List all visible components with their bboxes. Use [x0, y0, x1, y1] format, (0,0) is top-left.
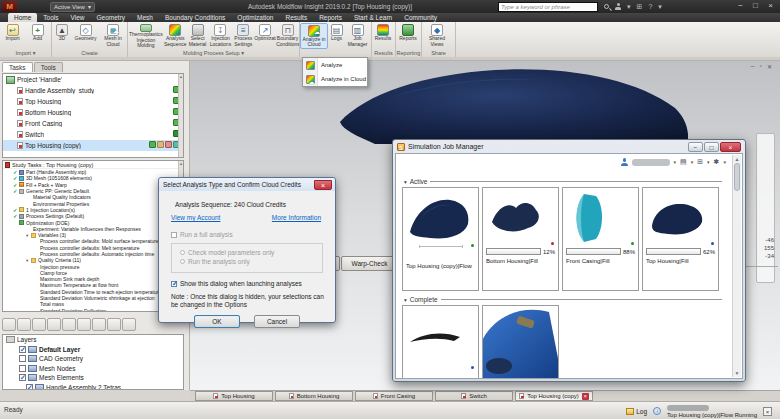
- layer-row[interactable]: Handle Assembly 2 Tetras: [3, 383, 183, 391]
- study-tab[interactable]: Switch ×: [435, 391, 513, 401]
- job-notification[interactable]: Top Housing (copy)|Flow Running: [667, 405, 757, 418]
- layer-row[interactable]: Mesh Elements: [3, 373, 183, 383]
- layer-checkbox[interactable]: [19, 355, 26, 362]
- collapse-icon[interactable]: ▾: [404, 179, 407, 185]
- shared-views-button[interactable]: ◆Shared Views: [422, 23, 452, 49]
- job-card-complete[interactable]: [482, 305, 559, 379]
- study-tab[interactable]: Front Casing ×: [355, 391, 433, 401]
- chevron-down-icon[interactable]: ▾: [674, 159, 677, 165]
- thermoplastics-injection-molding-button[interactable]: Thermoplastics Injection Molding: [128, 23, 164, 49]
- close-icon[interactable]: ✕: [767, 63, 772, 70]
- ribbon-tab[interactable]: Community: [398, 13, 443, 22]
- minimize-icon[interactable]: ─: [751, 63, 755, 70]
- maximize-button[interactable]: □: [748, 0, 763, 12]
- run-full-analysis-checkbox[interactable]: Run a full analysis: [171, 231, 323, 238]
- minimize-button[interactable]: −: [733, 0, 748, 12]
- process-settings-button[interactable]: ≡Process Settings: [232, 23, 254, 49]
- select-material-button[interactable]: Select Material: [187, 23, 209, 49]
- job-manager-button[interactable]: ▥Job Manager: [345, 23, 370, 49]
- view-mode-icon[interactable]: ⊞: [697, 158, 703, 166]
- study-tree-item[interactable]: Top Housing (copy): [3, 140, 183, 151]
- layers-toolbar-button[interactable]: [77, 318, 91, 331]
- dialog-title-bar[interactable]: Select Analysis Type and Confirm Cloud C…: [159, 178, 335, 191]
- sign-in-icon[interactable]: [615, 3, 621, 10]
- search-input[interactable]: Type a keyword or phrase: [498, 2, 598, 12]
- layer-row[interactable]: Default Layer: [3, 345, 183, 355]
- study-tree-item[interactable]: Front Casing: [3, 118, 183, 129]
- layers-toolbar-button[interactable]: [32, 318, 46, 331]
- minimize-button[interactable]: −: [688, 142, 703, 152]
- analyze-in-cloud-button[interactable]: ☁Analyze in Cloud: [300, 23, 328, 49]
- study-task-row[interactable]: Standard Deviation Deflection: [3, 308, 183, 312]
- layers-toolbar-button[interactable]: [107, 318, 121, 331]
- study-tab[interactable]: Top Housing ×: [195, 391, 273, 401]
- tab-tools[interactable]: Tools: [34, 62, 63, 72]
- layers-toolbar-button[interactable]: [62, 318, 76, 331]
- cancel-button[interactable]: Cancel: [254, 315, 300, 328]
- settings-gear-icon[interactable]: ✱: [714, 158, 720, 166]
- chevron-down-icon[interactable]: ▾: [707, 159, 710, 165]
- chevron-down-icon[interactable]: ▾: [691, 159, 694, 165]
- group-label[interactable]: Import ▾: [0, 49, 51, 57]
- layer-checkbox[interactable]: [19, 346, 26, 353]
- group-label[interactable]: Molding Process Setup ▾: [128, 49, 299, 57]
- help-icon[interactable]: ?: [648, 3, 652, 10]
- job-card-complete[interactable]: [402, 305, 479, 379]
- run-analysis-only-radio[interactable]: Run the analysis only: [180, 258, 322, 265]
- ok-button[interactable]: OK: [194, 315, 240, 328]
- geometry-button[interactable]: ◇Geometry: [72, 23, 99, 49]
- menu-item-analyze-in-cloud[interactable]: ☁ Analyze in Cloud: [303, 72, 367, 86]
- chevron-down-icon[interactable]: ▾: [723, 159, 726, 165]
- collapse-icon[interactable]: ▾: [404, 297, 407, 303]
- project-root[interactable]: Project 'Handle': [3, 74, 183, 85]
- active-view-dropdown[interactable]: Active View▾: [50, 2, 95, 12]
- add-button[interactable]: +Add: [25, 23, 50, 49]
- more-information-link[interactable]: More Information: [272, 214, 321, 221]
- job-card[interactable]: 62% Top Housing|Fill: [642, 187, 719, 291]
- layers-toolbar-button[interactable]: [122, 318, 136, 331]
- study-tab[interactable]: Bottom Housing ×: [275, 391, 353, 401]
- ribbon-tab[interactable]: Results: [279, 13, 313, 22]
- scroll-up-icon[interactable]: ▲: [733, 156, 741, 162]
- layers-toolbar-button[interactable]: [47, 318, 61, 331]
- close-button[interactable]: ×: [314, 180, 332, 190]
- ribbon-tab[interactable]: Reports: [313, 13, 348, 22]
- view-account-link[interactable]: View my Account: [171, 214, 220, 221]
- log-button[interactable]: Log: [626, 408, 647, 415]
- layer-row[interactable]: Mesh Nodes: [3, 364, 183, 374]
- restore-icon[interactable]: ▫: [760, 63, 762, 70]
- top-housing-3d-model[interactable]: [335, 64, 695, 144]
- study-tree-item[interactable]: Switch: [3, 129, 183, 140]
- cart-icon[interactable]: ⊞: [637, 3, 643, 11]
- injection-locations-button[interactable]: ↧Injection Locations: [209, 23, 233, 49]
- scrollbar[interactable]: ▲: [178, 74, 183, 157]
- job-card[interactable]: 12% Bottom Housing|Fill: [482, 187, 559, 291]
- ribbon-tab[interactable]: Optimization: [231, 13, 279, 22]
- import-button[interactable]: ↩Import: [0, 23, 25, 49]
- chevron-down-icon[interactable]: ▾: [627, 3, 631, 11]
- reports-button[interactable]: Reports: [396, 23, 420, 49]
- layers-root[interactable]: Layers: [3, 335, 183, 345]
- menu-item-analyze[interactable]: Analyze: [303, 58, 367, 72]
- ribbon-tab[interactable]: Mesh: [131, 13, 159, 22]
- maximize-button[interactable]: □: [704, 142, 719, 152]
- results-button[interactable]: Results: [372, 23, 394, 49]
- ribbon-tab[interactable]: View: [65, 13, 91, 22]
- analysis-sequence-button[interactable]: Analysis Sequence: [164, 23, 187, 49]
- mesh-in-cloud-button[interactable]: ▦☁Mesh in Cloud: [99, 23, 127, 49]
- close-tab-icon[interactable]: ×: [582, 393, 589, 400]
- warp-check-button[interactable]: Warp-Check: [341, 256, 398, 271]
- close-button[interactable]: ×: [763, 0, 778, 12]
- study-tree-item[interactable]: Top Housing: [3, 96, 183, 107]
- job-card[interactable]: 88% Front Casing|Fill: [562, 187, 639, 291]
- ribbon-tab[interactable]: Home: [8, 13, 37, 22]
- ribbon-tab[interactable]: Geometry: [91, 13, 132, 22]
- ribbon-tab[interactable]: Start & Learn: [348, 13, 398, 22]
- layers-toolbar-button[interactable]: [92, 318, 106, 331]
- 3d-button[interactable]: ▲3D: [52, 23, 72, 49]
- layer-checkbox[interactable]: [19, 374, 26, 381]
- search-icon[interactable]: [604, 4, 609, 9]
- show-dialog-checkbox[interactable]: Show this dialog when launching analyses: [171, 280, 323, 287]
- ribbon-tab[interactable]: Boundary Conditions: [159, 13, 231, 22]
- layer-checkbox[interactable]: [26, 384, 33, 390]
